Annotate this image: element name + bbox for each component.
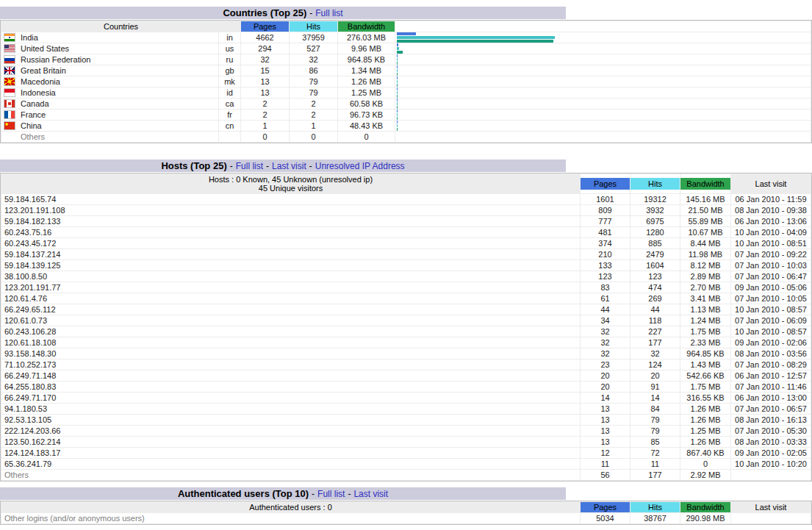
hosts-summary-line1: Hosts : 0 Known, 45 Unknown (unresolved … <box>4 175 577 184</box>
pages-value: 32 <box>581 348 630 359</box>
last-visit-link[interactable]: Last visit <box>272 161 306 171</box>
bandwidth-bar <box>397 84 398 87</box>
last-visit-value: 07 Jan 2010 - 06:57 <box>731 404 811 415</box>
full-list-link[interactable]: Full list <box>236 161 263 171</box>
host-row: 59.184.137.214210247911.98 MB07 Jan 2010… <box>1 249 811 260</box>
country-row: Russian Federationru3232964.85 KB <box>1 54 811 65</box>
metric-bars <box>397 54 811 65</box>
hits-value: 91 <box>630 382 680 393</box>
hosts-summary: Hosts : 0 Known, 45 Unknown (unresolved … <box>1 174 581 194</box>
pages-value: 13 <box>581 404 630 415</box>
pages-value: 13 <box>581 415 630 426</box>
pages-value: 32 <box>581 326 630 337</box>
bars-cell <box>395 65 811 76</box>
last-visit-link[interactable]: Last visit <box>353 489 388 499</box>
host-row: 120.61.0.73341181.24 MB07 Jan 2010 - 06:… <box>1 315 811 326</box>
host-row: 222.124.203.6613791.25 MB07 Jan 2010 - 0… <box>1 426 811 437</box>
bandwidth-bar <box>397 51 403 54</box>
hits-value: 124 <box>630 359 680 370</box>
bandwidth-value: 8.12 MB <box>680 260 731 271</box>
pages-column-header: Pages <box>581 178 630 190</box>
pages-bar <box>397 87 398 90</box>
country-code: mk <box>219 76 241 87</box>
bandwidth-value: 48.43 KB <box>338 121 395 132</box>
metric-bars <box>397 43 811 54</box>
bars-cell <box>395 99 811 110</box>
hits-value: 85 <box>630 437 680 448</box>
bandwidth-value: 1.24 MB <box>680 315 731 326</box>
pages-value: 34 <box>581 315 630 326</box>
bandwidth-value: 1.26 MB <box>680 404 731 415</box>
hits-value: 72 <box>630 448 680 459</box>
host-row: 65.36.241.791111010 Jan 2010 - 10:20 <box>1 459 811 470</box>
bandwidth-bar <box>397 106 398 109</box>
bars-cell <box>395 32 811 43</box>
hits-value: 3932 <box>630 205 680 216</box>
auth-summary: Authenticated users : 0 <box>1 502 581 513</box>
hits-value: 19312 <box>630 194 680 205</box>
full-list-link[interactable]: Full list <box>317 489 345 499</box>
unresolved-ip-address-link[interactable]: Unresolved IP Address <box>315 161 405 171</box>
pages-bar <box>397 99 398 101</box>
hosts-header-row: Hosts : 0 Known, 45 Unknown (unresolved … <box>1 174 811 194</box>
bars-cell <box>395 43 811 54</box>
host-address: 123.50.162.214 <box>1 437 581 448</box>
id-flag-icon <box>4 89 15 96</box>
auth-row: Other logins (and/or anonymous users) 50… <box>1 513 811 524</box>
country-name: United States <box>1 43 219 54</box>
bandwidth-value: 964.85 KB <box>680 348 731 359</box>
pages-value: 4662 <box>241 32 290 43</box>
host-address: 120.61.4.76 <box>1 293 581 304</box>
hits-value: 79 <box>290 87 338 99</box>
last-visit-value: 07 Jan 2010 - 06:47 <box>731 271 811 282</box>
hosts-table: Hosts : 0 Known, 45 Unknown (unresolved … <box>1 173 811 481</box>
host-row: 66.249.71.1701414316.55 KB06 Jan 2010 - … <box>1 393 811 404</box>
hits-value: 1 <box>290 121 338 132</box>
last-visit-value: 10 Jan 2010 - 08:57 <box>731 326 811 337</box>
pages-value: 1 <box>241 121 290 132</box>
host-address: 120.61.18.108 <box>1 337 581 348</box>
hits-value: 79 <box>630 415 680 426</box>
pages-value: 1601 <box>581 194 630 205</box>
pages-column-header: Pages <box>241 21 290 32</box>
hits-value: 885 <box>630 238 680 249</box>
hosts-title: Hosts (Top 25) <box>161 160 226 171</box>
pages-value: 15 <box>241 65 290 76</box>
host-row: 60.243.75.16481128010.67 MB10 Jan 2010 -… <box>1 227 811 238</box>
host-address: 120.61.0.73 <box>1 315 581 326</box>
pages-value: 14 <box>581 393 630 404</box>
last-visit-value: 06 Jan 2010 - 12:57 <box>731 370 811 382</box>
bandwidth-value: 145.16 MB <box>680 194 731 205</box>
pages-value: 12 <box>581 448 630 459</box>
bandwidth-value: 964.85 KB <box>338 54 395 65</box>
auth-users-section: Authenticated users (Top 10)-Full list-L… <box>0 487 812 525</box>
full-list-link[interactable]: Full list <box>315 8 342 18</box>
bandwidth-value: 1.13 MB <box>680 304 731 315</box>
host-address: 66.249.71.148 <box>1 370 581 382</box>
hits-bar <box>397 102 398 105</box>
us-flag-icon <box>4 45 15 52</box>
bandwidth-value: 1.34 MB <box>338 65 395 76</box>
last-visit-value: 06 Jan 2010 - 13:00 <box>731 393 811 404</box>
hits-bar <box>397 36 555 39</box>
host-address: 60.243.75.16 <box>1 227 581 238</box>
countries-section-header: Countries (Top 25)-Full list <box>0 7 566 19</box>
pages-value: 44 <box>581 304 630 315</box>
pages-value: 2 <box>241 110 290 121</box>
bandwidth-value: 2.89 MB <box>680 271 731 282</box>
ca-flag-icon <box>4 100 15 107</box>
hits-value: 527 <box>290 43 338 54</box>
pages-bar <box>397 43 398 46</box>
hits-value: 177 <box>630 470 680 481</box>
host-address: 66.249.71.170 <box>1 393 581 404</box>
host-address: 64.255.180.83 <box>1 382 581 393</box>
link-separator: - <box>306 8 315 18</box>
hits-bar <box>397 80 398 83</box>
country-row: Indonesiaid13791.25 MB <box>1 87 811 99</box>
hits-bar <box>397 58 398 61</box>
bandwidth-value: 290.98 MB <box>680 513 731 524</box>
bandwidth-bar <box>397 95 398 98</box>
hits-bar <box>397 124 398 127</box>
hits-bar <box>397 69 398 72</box>
host-address: 59.184.182.133 <box>1 216 581 227</box>
